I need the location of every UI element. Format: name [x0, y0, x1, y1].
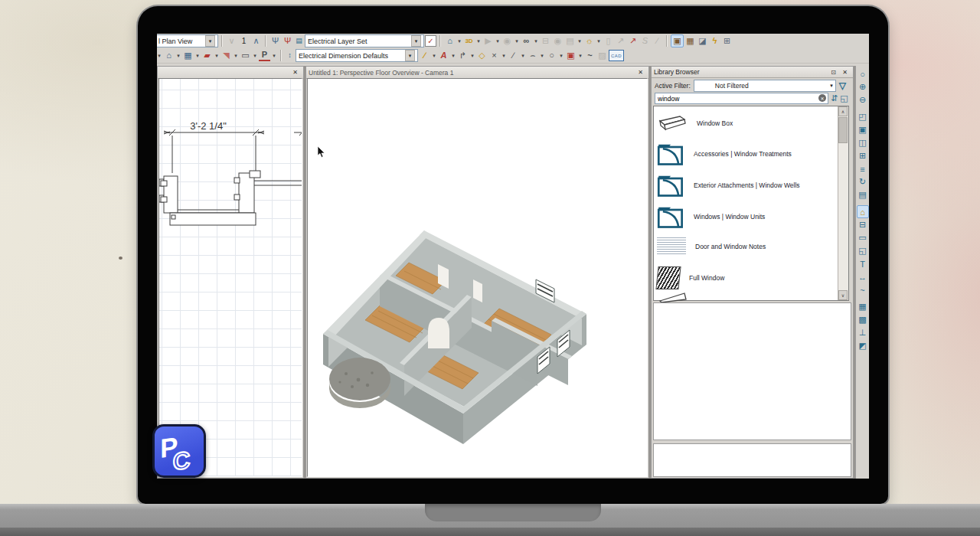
- rotate-view-icon[interactable]: ↻: [857, 175, 869, 188]
- window-tools-icon[interactable]: ▦: [182, 50, 194, 61]
- polygon-tool-icon[interactable]: ◇: [476, 50, 488, 61]
- dimension-tool-icon[interactable]: ↔: [857, 270, 869, 283]
- chevron-down-icon[interactable]: ▾: [456, 35, 462, 47]
- chevron-down-icon[interactable]: ▾: [475, 35, 482, 47]
- eyedropper-icon[interactable]: ↗: [615, 35, 626, 47]
- landscape-view-icon[interactable]: ◪: [697, 35, 708, 47]
- active-filter-dropdown[interactable]: Not Filtered ▾: [694, 80, 836, 92]
- chevron-down-icon[interactable]: ▾: [501, 50, 507, 61]
- chevron-down-icon[interactable]: ▾: [450, 50, 456, 61]
- dimension-defaults-dropdown[interactable]: Electrical Dimension Defaults ▾: [296, 49, 418, 62]
- door-tools-icon[interactable]: ⌂: [163, 50, 175, 61]
- chevron-down-icon[interactable]: ▾: [539, 50, 545, 61]
- text-tool-icon[interactable]: A: [438, 50, 449, 61]
- angle-snap-icon[interactable]: ◩: [857, 339, 869, 352]
- find-binoculars-icon[interactable]: ∞: [521, 35, 532, 47]
- chevron-down-icon[interactable]: ▾: [205, 35, 215, 47]
- list-item[interactable]: Window Box: [657, 108, 733, 139]
- chevron-down-icon[interactable]: ▾: [520, 50, 526, 61]
- fill-window-icon[interactable]: ▣: [857, 123, 869, 136]
- chevron-down-icon[interactable]: ▾: [271, 50, 277, 61]
- plan-view-dropdown[interactable]: l Plan View ▾: [157, 34, 218, 47]
- chevron-down-icon[interactable]: ▾: [577, 50, 583, 61]
- library-search-input[interactable]: [655, 93, 828, 104]
- list-item[interactable]: Windows | Window Units: [657, 201, 765, 232]
- arc-tool-icon[interactable]: ⌢: [527, 50, 538, 61]
- text-tool-icon[interactable]: T: [857, 257, 869, 270]
- plan-view-titlebar[interactable]: ✕: [158, 67, 303, 79]
- measure-icon[interactable]: ∕: [652, 35, 663, 47]
- camera-view-titlebar[interactable]: Untitled 1: Perspective Floor Overview -…: [306, 67, 648, 79]
- chevron-down-icon[interactable]: ▾: [495, 35, 501, 47]
- clear-search-icon[interactable]: ✕: [818, 94, 826, 102]
- chevron-down-icon[interactable]: ▾: [596, 35, 602, 47]
- material-painter-icon[interactable]: ↗: [627, 35, 639, 47]
- search-preview-icon[interactable]: ◱: [840, 93, 848, 103]
- list-item[interactable]: Accessories | Window Treatments: [657, 139, 792, 169]
- list-item[interactable]: Door and Window Notes: [657, 231, 766, 262]
- 3d-view-icon[interactable]: 3D: [463, 35, 475, 47]
- library-results-list[interactable]: Window Box Accessories | Window Treatmen…: [653, 106, 849, 301]
- plan-view-canvas[interactable]: 3'-2 1/4" 8: [158, 78, 302, 477]
- electrical-tools-icon[interactable]: P: [259, 50, 270, 61]
- cad-detail-icon[interactable]: CAD: [609, 50, 624, 61]
- related-results-icon[interactable]: ⇵: [831, 93, 838, 103]
- toggle-tool-icon[interactable]: Ψ: [270, 35, 281, 47]
- chevron-down-icon[interactable]: ▾: [214, 50, 220, 61]
- print-icon[interactable]: ⊟: [540, 35, 551, 47]
- grid-icon[interactable]: ▦: [857, 300, 869, 313]
- spray-tool-icon[interactable]: ▯: [603, 35, 614, 47]
- filter-funnel-icon[interactable]: ▽: [839, 80, 846, 91]
- rectangle-tool-icon[interactable]: ▭: [857, 231, 869, 244]
- screenshot-icon[interactable]: ◉: [552, 35, 564, 47]
- chevron-down-icon[interactable]: ▾: [431, 50, 437, 61]
- storefront-view-icon[interactable]: ▦: [684, 35, 696, 47]
- walkthrough-icon[interactable]: ▶: [482, 35, 494, 47]
- dimension-tool-icon[interactable]: ∕: [419, 50, 430, 61]
- line-tool-icon[interactable]: ∕: [508, 50, 519, 61]
- scroll-up-icon[interactable]: ∧: [838, 106, 848, 116]
- chevron-down-icon[interactable]: ▾: [533, 35, 539, 47]
- chevron-down-icon[interactable]: ▾: [252, 50, 258, 61]
- undo-zoom-icon[interactable]: ◰: [857, 110, 869, 123]
- cabinet-tools-icon[interactable]: ▤: [564, 35, 576, 47]
- floor-tools-icon[interactable]: ⌂: [444, 35, 456, 47]
- layer-set-dropdown[interactable]: Electrical Layer Set ▾: [305, 34, 424, 47]
- camera-view-icon[interactable]: ⌂: [857, 205, 869, 218]
- scroll-down-icon[interactable]: ∨: [838, 290, 848, 300]
- chevron-down-icon[interactable]: ▾: [469, 50, 475, 61]
- chevron-down-icon[interactable]: ▾: [175, 50, 181, 61]
- zoom-in-icon[interactable]: ⊕: [857, 80, 869, 93]
- close-icon[interactable]: ✕: [289, 67, 301, 77]
- chevron-down-icon[interactable]: ▾: [157, 50, 162, 61]
- chevron-down-icon[interactable]: ▾: [577, 35, 583, 47]
- fill-building-icon[interactable]: ◫: [857, 136, 869, 149]
- wall-elevation-icon[interactable]: ⊥: [857, 326, 869, 339]
- scrollbar-thumb[interactable]: [838, 117, 848, 143]
- copy-region-icon[interactable]: ▤: [857, 188, 869, 201]
- zoom-out-icon[interactable]: ⊖: [857, 93, 869, 106]
- plan-preview-icon[interactable]: ◱: [857, 244, 869, 257]
- layout-form-icon[interactable]: ⊞: [721, 35, 733, 47]
- circle-tool-icon[interactable]: ○: [546, 50, 557, 61]
- close-icon[interactable]: ✕: [839, 67, 851, 77]
- pan-icon[interactable]: ⊞: [857, 149, 869, 162]
- list-item[interactable]: Exterior Attachments | Window Wells: [657, 170, 800, 201]
- chevron-down-icon[interactable]: ▾: [233, 50, 239, 61]
- soffit-tools-icon[interactable]: ▭: [240, 50, 251, 61]
- toggle-tool-alt-icon[interactable]: Ψ: [282, 35, 293, 47]
- chevron-down-icon[interactable]: ▾: [194, 50, 201, 61]
- roof-tools-icon[interactable]: ◥: [220, 50, 232, 61]
- leader-line-icon[interactable]: ↱: [457, 50, 469, 61]
- cross-section-icon[interactable]: ⊟: [857, 218, 869, 231]
- close-icon[interactable]: ✕: [635, 67, 646, 77]
- display-options-checkbox-icon[interactable]: ✓: [425, 35, 436, 47]
- layers-icon[interactable]: ≡: [857, 162, 869, 175]
- door-window-view-icon[interactable]: ▣: [671, 34, 684, 47]
- zoom-icon[interactable]: ○: [857, 67, 869, 80]
- spline-tool-icon[interactable]: ~: [584, 50, 596, 61]
- chevron-down-icon[interactable]: ▾: [405, 50, 415, 61]
- list-item[interactable]: Full Window: [657, 263, 724, 293]
- float-window-icon[interactable]: ⊡: [828, 67, 839, 77]
- library-titlebar[interactable]: Library Browser ⊡ ✕: [652, 67, 853, 78]
